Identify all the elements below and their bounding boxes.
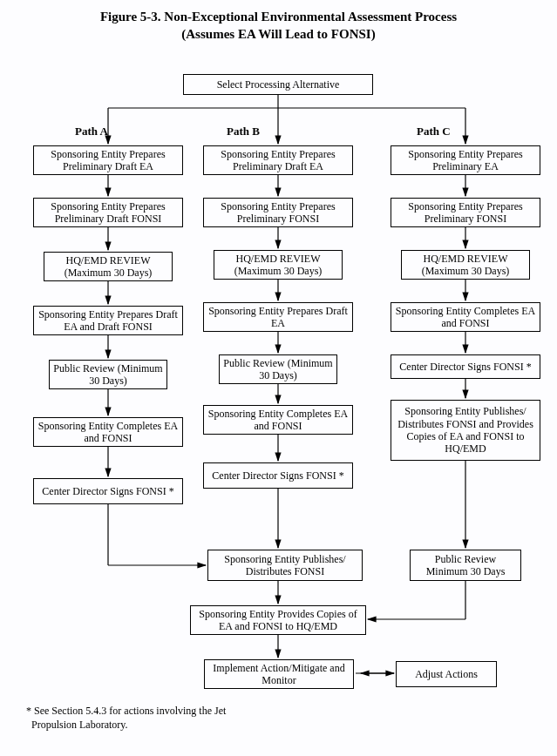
figure-title-line2: (Assumes EA Will Lead to FONSI) xyxy=(181,27,375,41)
footnote-line2: Propulsion Laboratory. xyxy=(31,719,128,731)
box-b9: Sponsoring Entity Provides Copies of EA … xyxy=(190,605,366,635)
flowchart-container: Select Processing Alternative Path A Pat… xyxy=(0,43,557,746)
box-b7: Center Director Signs FONSI * xyxy=(203,462,353,489)
box-b3: HQ/EMD REVIEW (Maximum 30 Days) xyxy=(214,250,343,280)
box-b2: Sponsoring Entity Prepares Preliminary F… xyxy=(203,198,353,227)
box-a7: Center Director Signs FONSI * xyxy=(33,478,183,504)
box-c1: Sponsoring Entity Prepares Preliminary E… xyxy=(391,145,540,175)
box-b10: Implement Action/Mitigate and Monitor xyxy=(204,659,354,689)
footnote: * See Section 5.4.3 for actions involvin… xyxy=(26,705,226,732)
box-a5: Public Review (Minimum 30 Days) xyxy=(49,360,167,389)
figure-title-line1: Figure 5-3. Non-Exceptional Environmenta… xyxy=(100,10,457,24)
box-c5: Center Director Signs FONSI * xyxy=(391,354,540,379)
box-adjust-actions: Adjust Actions xyxy=(396,661,497,687)
path-c-label: Path C xyxy=(417,125,451,138)
box-c6: Sponsoring Entity Publishes/ Distributes… xyxy=(391,400,540,461)
box-select-alternative: Select Processing Alternative xyxy=(183,74,373,95)
box-a3: HQ/EMD REVIEW (Maximum 30 Days) xyxy=(44,252,173,281)
path-a-label: Path A xyxy=(75,125,108,138)
box-a6: Sponsoring Entity Completes EA and FONSI xyxy=(33,417,183,447)
box-b8: Sponsoring Entity Publishes/ Distributes… xyxy=(207,550,363,581)
box-b4: Sponsoring Entity Prepares Draft EA xyxy=(203,302,353,332)
box-a4: Sponsoring Entity Prepares Draft EA and … xyxy=(33,306,183,335)
footnote-line1: * See Section 5.4.3 for actions involvin… xyxy=(26,705,226,717)
box-b5: Public Review (Minimum 30 Days) xyxy=(219,354,337,384)
box-c3: HQ/EMD REVIEW (Maximum 30 Days) xyxy=(401,250,530,280)
box-b6: Sponsoring Entity Completes EA and FONSI xyxy=(203,405,353,435)
box-a2: Sponsoring Entity Prepares Preliminary D… xyxy=(33,198,183,227)
box-a1: Sponsoring Entity Prepares Preliminary D… xyxy=(33,145,183,175)
box-c7: Public Review Minimum 30 Days xyxy=(410,550,521,581)
path-b-label: Path B xyxy=(227,125,260,138)
box-b1: Sponsoring Entity Prepares Preliminary D… xyxy=(203,145,353,175)
box-c2: Sponsoring Entity Prepares Preliminary F… xyxy=(391,198,540,227)
box-c4: Sponsoring Entity Completes EA and FONSI xyxy=(391,302,540,332)
